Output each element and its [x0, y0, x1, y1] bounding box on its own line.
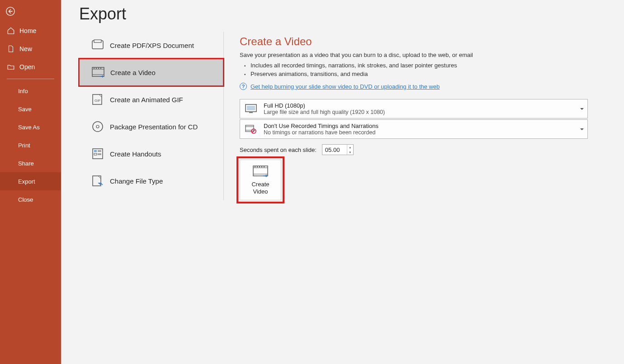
svg-rect-37 — [264, 166, 265, 167]
export-option-label: Create Handouts — [110, 150, 161, 158]
nav-label: Export — [18, 178, 35, 185]
pdf-xps-icon — [88, 39, 107, 51]
svg-rect-6 — [94, 68, 95, 69]
nav-close[interactable]: Close — [0, 190, 61, 208]
export-options-list: Create PDF/XPS Document Create a Video G… — [79, 32, 224, 200]
main-panel: Export Create PDF/XPS Document Create a … — [61, 0, 624, 364]
backstage-sidebar: Home New Open Info Save Save As Print Sh… — [0, 0, 61, 364]
nav-label: New — [19, 45, 32, 52]
seconds-label: Seconds spent on each slide: — [240, 147, 317, 153]
seconds-row: Seconds spent on each slide: 05.00 ▲ ▼ — [240, 144, 586, 155]
seconds-value: 05.00 — [325, 147, 340, 153]
page-title: Export — [79, 5, 624, 24]
nav-label: Info — [18, 88, 28, 95]
export-option-animated-gif[interactable]: GIF Create an Animated GIF — [79, 86, 223, 113]
back-button[interactable] — [5, 5, 16, 17]
chevron-down-icon — [580, 108, 584, 110]
help-icon: ? — [240, 83, 247, 90]
spinner-buttons: ▲ ▼ — [347, 145, 353, 155]
svg-rect-18 — [94, 153, 97, 155]
no-timings-icon — [244, 123, 258, 136]
nav-label: Home — [19, 27, 36, 34]
nav-share[interactable]: Share — [0, 154, 61, 172]
export-option-create-video[interactable]: Create a Video — [79, 59, 223, 86]
create-video-button-text: Create Video — [251, 181, 269, 195]
nav-label: Open — [19, 63, 35, 71]
export-option-label: Change File Type — [110, 177, 163, 185]
spinner-up[interactable]: ▲ — [347, 145, 353, 150]
nav-label: Save — [18, 106, 32, 113]
nav-info[interactable]: Info — [0, 82, 61, 100]
combo-text: Don't Use Recorded Timings and Narration… — [264, 123, 378, 136]
detail-panel: Create a Video Save your presentation as… — [224, 32, 586, 200]
svg-point-13 — [96, 125, 99, 128]
create-video-icon — [251, 165, 269, 178]
nav-save[interactable]: Save — [0, 100, 61, 118]
cd-icon — [88, 121, 107, 132]
svg-rect-35 — [259, 166, 260, 167]
svg-rect-30 — [253, 166, 268, 176]
nav-label: Print — [18, 142, 30, 149]
nav-label: Share — [18, 160, 34, 167]
export-option-label: Create a Video — [110, 69, 156, 76]
quality-subtitle: Large file size and full high quality (1… — [264, 109, 385, 115]
detail-desc: Save your presentation as a video that y… — [240, 52, 586, 58]
monitor-icon — [244, 103, 258, 115]
svg-rect-23 — [247, 106, 255, 110]
handouts-icon — [88, 148, 107, 160]
detail-title: Create a Video — [240, 35, 586, 48]
detail-bullets: Includes all recorded timings, narration… — [240, 61, 586, 78]
svg-rect-36 — [261, 166, 262, 167]
video-icon — [89, 66, 108, 78]
quality-title: Full HD (1080p) — [264, 102, 385, 109]
quality-dropdown[interactable]: Full HD (1080p) Large file size and full… — [240, 99, 588, 118]
svg-rect-8 — [98, 68, 99, 69]
back-arrow-icon — [5, 6, 15, 16]
export-option-pdf-xps[interactable]: Create PDF/XPS Document — [79, 32, 223, 59]
chevron-down-icon — [580, 128, 584, 130]
gif-icon: GIF — [88, 94, 107, 105]
nav-print[interactable]: Print — [0, 136, 61, 154]
nav-save-as[interactable]: Save As — [0, 118, 61, 136]
svg-rect-34 — [257, 166, 258, 167]
new-icon — [7, 45, 15, 53]
svg-rect-33 — [255, 166, 255, 167]
svg-rect-2 — [94, 40, 101, 43]
svg-point-12 — [93, 122, 103, 132]
timings-title: Don't Use Recorded Timings and Narration… — [264, 123, 378, 129]
svg-rect-9 — [100, 68, 101, 69]
svg-rect-7 — [96, 68, 97, 69]
help-link[interactable]: Get help burning your slide show video t… — [251, 83, 440, 90]
combo-text: Full HD (1080p) Large file size and full… — [264, 102, 385, 115]
export-option-label: Create an Animated GIF — [110, 96, 183, 104]
nav-separator — [7, 79, 54, 79]
timings-dropdown[interactable]: Don't Use Recorded Timings and Narration… — [240, 119, 588, 139]
open-icon — [7, 63, 15, 71]
export-option-label: Create PDF/XPS Document — [110, 42, 194, 49]
nav-home[interactable]: Home — [0, 22, 61, 40]
detail-bullet: Preserves animations, transitions, and m… — [251, 70, 586, 78]
export-option-label: Package Presentation for CD — [110, 123, 198, 131]
svg-rect-15 — [94, 150, 97, 152]
seconds-spinner[interactable]: 05.00 ▲ ▼ — [322, 144, 354, 155]
svg-text:GIF: GIF — [95, 99, 100, 103]
create-video-button[interactable]: Create Video — [240, 160, 281, 200]
export-option-handouts[interactable]: Create Handouts — [79, 140, 223, 167]
change-file-type-icon — [88, 175, 107, 187]
spinner-down[interactable]: ▼ — [347, 150, 353, 155]
timings-subtitle: No timings or narrations have been recor… — [264, 129, 378, 136]
nav-export[interactable]: Export — [0, 172, 61, 190]
nav-label: Close — [18, 196, 33, 203]
btn-line2: Video — [253, 188, 268, 195]
svg-rect-25 — [246, 125, 254, 132]
detail-bullet: Includes all recorded timings, narration… — [251, 61, 586, 70]
content-row: Create PDF/XPS Document Create a Video G… — [79, 32, 624, 200]
nav-new[interactable]: New — [0, 40, 61, 58]
export-option-change-file-type[interactable]: Change File Type — [79, 167, 223, 194]
btn-line1: Create — [251, 181, 269, 188]
nav-label: Save As — [18, 124, 40, 131]
nav-open[interactable]: Open — [0, 58, 61, 76]
help-row: ? Get help burning your slide show video… — [240, 83, 586, 90]
export-option-package-cd[interactable]: Package Presentation for CD — [79, 113, 223, 140]
home-icon — [7, 27, 15, 35]
